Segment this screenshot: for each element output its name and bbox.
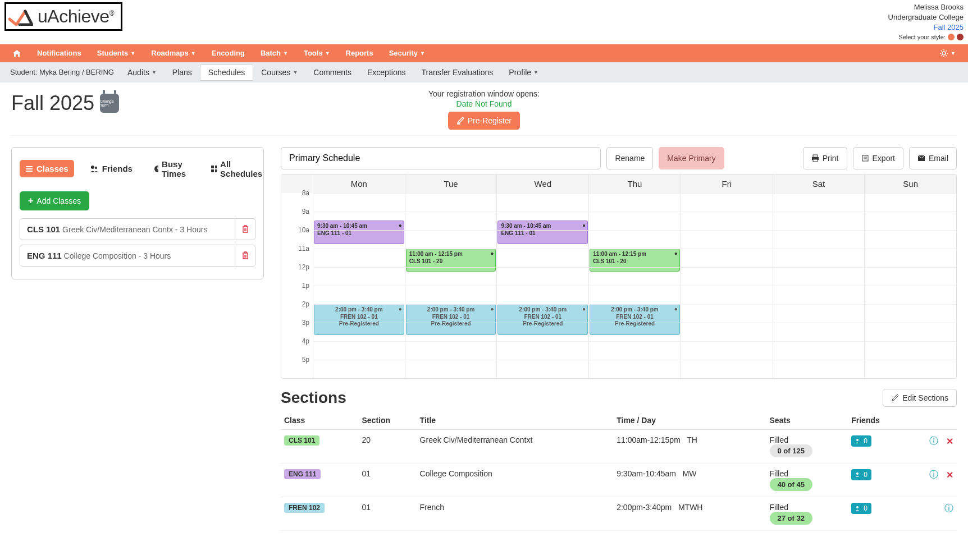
tab-busy-times[interactable]: Busy Times bbox=[148, 155, 195, 182]
friends-badge[interactable]: 0 bbox=[851, 469, 871, 480]
student-label: Student: Myka Bering / BERING bbox=[4, 68, 120, 76]
user-name: Melissa Brooks bbox=[888, 2, 964, 12]
print-button[interactable]: Print bbox=[803, 147, 847, 169]
pre-register-button[interactable]: Pre-Register bbox=[448, 112, 520, 130]
day-header: Thu bbox=[588, 175, 681, 193]
section-number: 01 bbox=[358, 463, 416, 497]
info-icon[interactable]: ● bbox=[674, 306, 678, 312]
delete-class-button[interactable] bbox=[235, 245, 255, 267]
svg-rect-10 bbox=[215, 169, 217, 172]
nav-reports[interactable]: Reports bbox=[338, 44, 381, 62]
calendar-event[interactable]: ●2:00 pm - 3:40 pmFREN 102 - 01Pre-Regis… bbox=[497, 304, 588, 335]
section-time: 9:30am-10:45am MW bbox=[613, 463, 766, 497]
info-icon[interactable]: ● bbox=[490, 306, 494, 312]
th-title: Title bbox=[417, 411, 614, 430]
info-icon[interactable]: ● bbox=[674, 250, 678, 256]
rename-button[interactable]: Rename bbox=[606, 147, 653, 169]
registration-block: Your registration window opens: Date Not… bbox=[11, 89, 957, 130]
info-icon[interactable]: ● bbox=[399, 222, 402, 228]
tab-friends[interactable]: Friends bbox=[84, 160, 138, 177]
email-button[interactable]: Email bbox=[909, 147, 957, 169]
nav-encoding[interactable]: Encoding bbox=[204, 44, 253, 62]
calendar-event[interactable]: ●2:00 pm - 3:40 pmFREN 102 - 01Pre-Regis… bbox=[406, 304, 496, 335]
subnav-transfer-evaluations[interactable]: Transfer Evaluations bbox=[413, 64, 501, 81]
logo-text: uAchieve® bbox=[38, 6, 114, 27]
subnav-exceptions[interactable]: Exceptions bbox=[359, 64, 413, 81]
info-icon[interactable]: ● bbox=[582, 306, 586, 312]
nav-tools[interactable]: Tools ▼ bbox=[296, 44, 338, 62]
subnav-profile[interactable]: Profile ▼ bbox=[501, 64, 546, 81]
calendar-event[interactable]: ●2:00 pm - 3:40 pmFREN 102 - 01Pre-Regis… bbox=[314, 304, 404, 335]
trash-icon bbox=[241, 251, 249, 260]
reg-window-label: Your registration window opens: bbox=[11, 89, 957, 98]
calendar-event[interactable]: ●2:00 pm - 3:40 pmFREN 102 - 01Pre-Regis… bbox=[590, 304, 680, 335]
calendar-event[interactable]: ●9:30 am - 10:45 amENG 111 - 01 bbox=[314, 221, 404, 244]
email-icon bbox=[917, 155, 925, 162]
settings-link[interactable]: ▼ bbox=[932, 44, 964, 62]
nav-batch[interactable]: Batch ▼ bbox=[253, 44, 296, 62]
home-link[interactable] bbox=[4, 44, 29, 62]
class-item[interactable]: ENG 111 College Composition - 3 Hours bbox=[20, 245, 235, 267]
subnav-plans[interactable]: Plans bbox=[165, 64, 200, 81]
calendar-event[interactable]: ●11:00 am - 12:15 pmCLS 101 - 20 bbox=[590, 249, 680, 272]
day-header: Sun bbox=[864, 175, 956, 193]
calendar-header: MonTueWedThuFriSatSun bbox=[281, 175, 956, 193]
calendar-event[interactable]: ●11:00 am - 12:15 pmCLS 101 - 20 bbox=[406, 249, 496, 272]
friends-badge[interactable]: 0 bbox=[851, 435, 871, 447]
style-red[interactable] bbox=[957, 34, 964, 40]
top-bar: uAchieve® Melissa Brooks Undergraduate C… bbox=[0, 0, 968, 44]
add-classes-button[interactable]: + Add Classes bbox=[20, 191, 89, 210]
info-button[interactable]: ⓘ bbox=[929, 469, 938, 481]
make-primary-button[interactable]: Make Primary bbox=[659, 147, 724, 169]
svg-point-16 bbox=[856, 439, 859, 441]
change-term-button[interactable]: Change Term bbox=[100, 94, 119, 113]
info-button[interactable]: ⓘ bbox=[944, 503, 953, 515]
info-icon[interactable]: ● bbox=[582, 222, 586, 228]
edit-icon bbox=[891, 394, 899, 402]
time-label: 3p bbox=[302, 319, 309, 327]
edit-sections-button[interactable]: Edit Sections bbox=[883, 389, 957, 407]
delete-class-button[interactable] bbox=[235, 218, 255, 240]
section-time: 11:00am-12:15pm TH bbox=[613, 429, 766, 463]
subnav-courses[interactable]: Courses ▼ bbox=[253, 64, 305, 81]
svg-rect-11 bbox=[813, 155, 818, 157]
reg-window-date: Date Not Found bbox=[11, 99, 957, 108]
class-item[interactable]: CLS 101 Greek Civ/Mediterranean Contx - … bbox=[20, 218, 235, 240]
remove-section-button[interactable]: ✕ bbox=[946, 436, 953, 447]
section-row: ENG 11101College Composition9:30am-10:45… bbox=[281, 463, 957, 497]
subnav-comments[interactable]: Comments bbox=[305, 64, 359, 81]
info-icon[interactable]: ● bbox=[490, 250, 494, 256]
nav-roadmaps[interactable]: Roadmaps ▼ bbox=[143, 44, 203, 62]
nav-students[interactable]: Students ▼ bbox=[89, 44, 144, 62]
subnav-schedules[interactable]: Schedules bbox=[200, 64, 253, 81]
export-button[interactable]: Export bbox=[853, 147, 903, 169]
tab-classes[interactable]: Classes bbox=[20, 160, 74, 177]
nav-security[interactable]: Security ▼ bbox=[381, 44, 433, 62]
section-row: FREN 10201French2:00pm-3:40pm MTWHFilled… bbox=[281, 497, 957, 530]
main: Fall 2025 Change Term Your registration … bbox=[0, 82, 968, 540]
logo: uAchieve® bbox=[4, 2, 122, 31]
tab-all-schedules[interactable]: All Schedules bbox=[205, 155, 270, 182]
schedule-name-input[interactable] bbox=[281, 147, 601, 169]
time-label: 12p bbox=[298, 263, 309, 271]
calendar-event[interactable]: ●9:30 am - 10:45 amENG 111 - 01 bbox=[497, 221, 588, 244]
section-seats: Filled40 of 45 bbox=[766, 463, 848, 497]
day-header: Sat bbox=[773, 175, 865, 193]
nav-notifications[interactable]: Notifications bbox=[29, 44, 89, 62]
remove-section-button[interactable]: ✕ bbox=[946, 470, 953, 480]
time-label: 8a bbox=[302, 189, 309, 197]
friends-icon bbox=[90, 165, 99, 173]
day-header: Fri bbox=[681, 175, 773, 193]
svg-rect-14 bbox=[862, 155, 868, 161]
time-label: 10a bbox=[298, 226, 309, 234]
style-orange[interactable] bbox=[948, 34, 955, 40]
friends-badge[interactable]: 0 bbox=[851, 503, 871, 514]
info-button[interactable]: ⓘ bbox=[929, 435, 938, 447]
svg-rect-2 bbox=[26, 168, 33, 169]
info-icon[interactable]: ● bbox=[399, 306, 402, 312]
grid-icon bbox=[211, 165, 217, 173]
svg-rect-1 bbox=[26, 166, 33, 167]
user-term[interactable]: Fall 2025 bbox=[888, 22, 964, 33]
subnav-audits[interactable]: Audits ▼ bbox=[120, 64, 165, 81]
term-title: Fall 2025 bbox=[11, 91, 94, 115]
